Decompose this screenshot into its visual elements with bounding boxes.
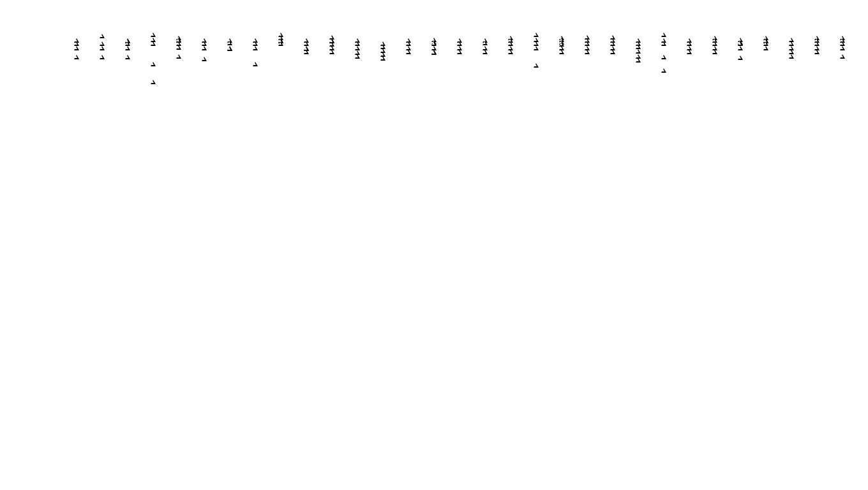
triangle-marker [253, 46, 258, 50]
triangle-marker [176, 45, 181, 50]
triangle-marker [151, 33, 156, 37]
triangle-marker [304, 50, 309, 54]
triangle-marker [814, 41, 819, 46]
triangle-marker [789, 54, 794, 59]
triangle-marker [431, 41, 437, 46]
triangle-marker [508, 41, 513, 46]
triangle-marker [763, 46, 768, 50]
triangle-marker [74, 55, 79, 59]
triangle-marker [151, 62, 156, 66]
triangle-marker [100, 46, 105, 50]
triangle-marker [329, 50, 334, 54]
triangle-marker [661, 41, 666, 46]
triangle-marker [202, 41, 207, 46]
triangle-marker [227, 41, 232, 45]
triangle-marker [610, 50, 615, 54]
triangle-marker [763, 41, 768, 46]
triangle-marker [304, 41, 309, 46]
triangle-marker [687, 41, 692, 46]
triangle-marker [151, 80, 156, 84]
triangle-marker [585, 41, 590, 46]
triangle-marker [74, 41, 79, 46]
triangle-marker [661, 55, 666, 59]
triangle-marker [585, 50, 590, 54]
triangle-marker [483, 50, 488, 54]
triangle-marker [661, 68, 666, 73]
triangle-marker [202, 57, 207, 61]
triangle-marker [406, 41, 411, 46]
triangle-marker [636, 49, 641, 54]
triangle-marker [712, 50, 717, 54]
triangle-marker [431, 50, 437, 55]
triangle-marker [789, 41, 794, 46]
triangle-marker [738, 46, 743, 50]
triangle-marker [355, 46, 360, 50]
triangle-marker [355, 54, 360, 59]
triangle-marker [151, 41, 156, 46]
triangle-marker [738, 56, 743, 60]
triangle-marker [789, 50, 794, 54]
triangle-marker [534, 46, 539, 50]
triangle-marker [125, 46, 130, 50]
triangle-marker [100, 41, 105, 46]
triangle-marker [738, 41, 743, 46]
triangle-marker [483, 41, 488, 45]
triangle-marker [508, 50, 513, 54]
triangle-marker [840, 46, 845, 50]
triangle-marker [687, 50, 692, 54]
triangle-marker [814, 50, 819, 54]
triangle-marker [840, 41, 845, 46]
triangle-marker [661, 33, 666, 37]
triangle-marker [125, 55, 130, 59]
triangle-marker [636, 45, 641, 49]
triangle-marker [636, 58, 641, 63]
triangle-marker [840, 54, 845, 59]
triangle-marker [278, 41, 283, 46]
triangle-marker [712, 41, 717, 46]
triangle-marker [457, 41, 462, 46]
triangle-marker [534, 63, 539, 68]
triangle-marker [534, 41, 539, 46]
triangle-marker [559, 50, 564, 54]
triangle-marker [125, 41, 130, 46]
triangle-marker [355, 41, 360, 46]
triangle-marker [253, 62, 258, 66]
triangle-marker [406, 50, 411, 54]
triangle-marker [100, 34, 105, 38]
triangle-marker [534, 33, 539, 37]
triangle-marker [253, 41, 258, 46]
triangle-marker [176, 54, 181, 59]
triangle-marker [610, 41, 615, 46]
triangle-marker [100, 55, 105, 59]
triangle-marker [74, 46, 79, 50]
triangle-marker [457, 50, 462, 54]
triangle-marker [380, 56, 385, 61]
triangle-marker [227, 47, 232, 51]
scatter-plot [0, 0, 868, 490]
triangle-marker [202, 46, 207, 50]
